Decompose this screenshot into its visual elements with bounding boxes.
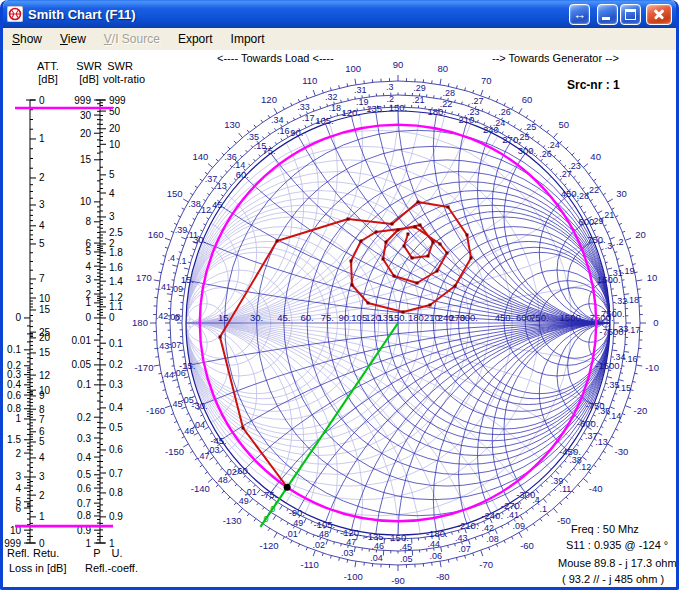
svg-text:-240.: -240. [481, 510, 503, 521]
svg-text:-600.: -600. [577, 418, 599, 429]
smith-chart[interactable]: ATT.[dB]SWR[dB]SWRvolt-ratioRefl.Retu.Lo… [3, 50, 676, 587]
svg-text:0.05: 0.05 [72, 359, 92, 370]
svg-text:90: 90 [393, 59, 404, 70]
svg-text:4: 4 [39, 220, 45, 231]
svg-text:-270.: -270. [501, 500, 523, 511]
svg-text:750.: 750. [530, 312, 549, 323]
svg-text:.44: .44 [428, 539, 441, 549]
svg-text:-20: -20 [634, 405, 648, 416]
svg-text:-210.: -210. [457, 520, 479, 531]
svg-text:.21: .21 [602, 210, 615, 220]
svg-text:1: 1 [109, 538, 115, 549]
readout-mouse-series: Mouse 89.8 - j 17.3 ohm [558, 557, 677, 569]
svg-text:60.: 60. [236, 169, 249, 180]
svg-text:999: 999 [109, 95, 126, 106]
svg-text:SWR: SWR [107, 60, 133, 72]
readout-mouse-parallel: ( 93.2 // - j 485 ohm ) [562, 573, 664, 585]
svg-text:15: 15 [39, 304, 51, 315]
svg-text:.41: .41 [506, 510, 519, 520]
svg-text:7: 7 [39, 273, 45, 284]
svg-text:-120.: -120. [340, 527, 362, 538]
svg-text:0.4: 0.4 [77, 452, 91, 463]
svg-text:-120: -120 [259, 540, 278, 551]
svg-text:[dB]: [dB] [79, 73, 99, 85]
svg-text:Refl.-coeff.: Refl.-coeff. [85, 562, 138, 574]
svg-text:-450.: -450. [559, 446, 581, 457]
maximize-button[interactable] [620, 4, 641, 25]
svg-text:-40: -40 [589, 483, 603, 494]
svg-text:0.1: 0.1 [109, 338, 123, 349]
svg-text:Loss in [dB]: Loss in [dB] [9, 562, 66, 574]
svg-text:-60: -60 [520, 540, 534, 551]
menu-item-export[interactable]: Export [169, 30, 222, 48]
svg-text:.18: .18 [627, 295, 640, 305]
svg-text:999: 999 [74, 95, 91, 106]
svg-text:.43: .43 [455, 533, 468, 543]
svg-text:.32: .32 [325, 92, 338, 102]
menu-item-view[interactable]: View [51, 30, 95, 48]
svg-text:.04: .04 [370, 553, 383, 563]
svg-text:.2: .2 [616, 237, 624, 247]
close-button[interactable] [646, 4, 672, 25]
svg-text:Retu.: Retu. [33, 547, 59, 559]
window-title: Smith Chart (F11) [28, 7, 569, 22]
svg-text:0: 0 [39, 95, 45, 106]
svg-text:0.8: 0.8 [77, 510, 91, 521]
svg-text:-150: -150 [165, 446, 184, 457]
svg-text:0.2: 0.2 [109, 359, 123, 370]
svg-text:-105.: -105. [314, 519, 336, 530]
svg-text:2: 2 [39, 172, 45, 183]
svg-text:.46: .46 [182, 426, 195, 436]
svg-text:5: 5 [109, 169, 115, 180]
svg-text:450.: 450. [561, 188, 580, 199]
menu-item-import[interactable]: Import [222, 30, 274, 48]
svg-text:.43: .43 [157, 341, 170, 351]
svg-text:.26: .26 [539, 149, 552, 159]
svg-text:-180.: -180. [426, 528, 448, 539]
svg-text:.05: .05 [400, 554, 413, 564]
minimize-icon [602, 17, 610, 20]
minimize-button[interactable] [597, 4, 618, 25]
svg-text:135.: 135. [366, 103, 385, 114]
svg-text:140: 140 [192, 151, 208, 162]
frequency-marker-dot [284, 484, 291, 491]
svg-text:210.: 210. [458, 114, 477, 125]
svg-text:0.6: 0.6 [109, 444, 123, 455]
svg-text:0: 0 [15, 312, 21, 323]
svg-text:-10: -10 [645, 362, 659, 373]
svg-text:2.5: 2.5 [109, 227, 123, 238]
svg-text:.16: .16 [625, 354, 638, 364]
svg-text:0.4: 0.4 [109, 402, 123, 413]
svg-text:300.: 300. [518, 145, 537, 156]
menu-item-v-i-source[interactable]: V/I Source [95, 30, 169, 48]
chart-client-area: ATT.[dB]SWR[dB]SWRvolt-ratioRefl.Retu.Lo… [3, 50, 676, 587]
svg-text:-7500.: -7500. [599, 326, 626, 337]
svg-text:.42: .42 [481, 523, 494, 533]
svg-text:2: 2 [15, 448, 21, 459]
svg-text:0: 0 [109, 312, 115, 323]
svg-text:-60.: -60. [234, 465, 250, 476]
svg-text:-1500.: -1500. [595, 360, 622, 371]
svg-text:.27: .27 [471, 96, 484, 106]
svg-text:.17: .17 [302, 113, 315, 123]
svg-text:8: 8 [85, 216, 91, 227]
menu-item-show[interactable]: Show [3, 30, 51, 48]
svg-text:30: 30 [616, 188, 627, 199]
svg-text:30: 30 [80, 110, 92, 121]
svg-text:0.1: 0.1 [77, 379, 91, 390]
menubar: ShowViewV/I SourceExportImport [3, 28, 676, 51]
svg-text:.16: .16 [277, 126, 290, 136]
svg-text:300.: 300. [459, 312, 478, 323]
svg-text:.46: .46 [371, 541, 384, 551]
svg-text:1.1: 1.1 [109, 301, 123, 312]
svg-text:80: 80 [438, 63, 449, 74]
svg-text:1: 1 [15, 413, 21, 424]
swap-arrows-button[interactable]: ↔ [569, 4, 590, 25]
svg-text:.47: .47 [344, 537, 357, 547]
svg-text:-130: -130 [223, 515, 242, 526]
titlebar[interactable]: Smith Chart (F11) ↔ [0, 0, 679, 28]
svg-text:130: 130 [224, 119, 240, 130]
svg-text:110: 110 [302, 75, 317, 86]
svg-text:.1: .1 [179, 256, 187, 266]
svg-text:0.6: 0.6 [77, 483, 91, 494]
